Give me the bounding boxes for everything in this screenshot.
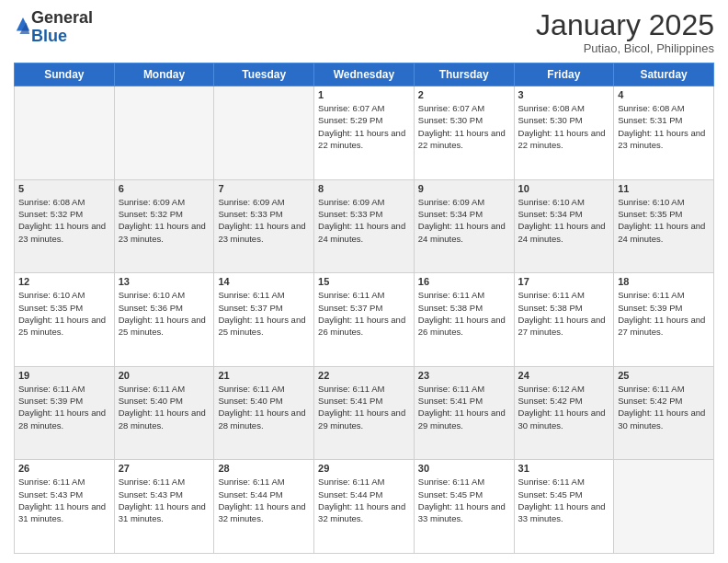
calendar-week-row: 26Sunrise: 6:11 AM Sunset: 5:43 PM Dayli… (15, 460, 714, 554)
day-info: Sunrise: 6:08 AM Sunset: 5:31 PM Dayligh… (618, 102, 710, 151)
table-row: 7Sunrise: 6:09 AM Sunset: 5:33 PM Daylig… (214, 179, 314, 273)
table-row: 30Sunrise: 6:11 AM Sunset: 5:45 PM Dayli… (414, 460, 514, 554)
day-number: 13 (119, 276, 210, 287)
day-number: 28 (218, 463, 310, 474)
day-number: 20 (119, 370, 210, 381)
day-info: Sunrise: 6:11 AM Sunset: 5:41 PM Dayligh… (418, 383, 510, 431)
table-row: 19Sunrise: 6:11 AM Sunset: 5:39 PM Dayli… (15, 366, 115, 460)
day-info: Sunrise: 6:07 AM Sunset: 5:29 PM Dayligh… (318, 102, 410, 151)
day-info: Sunrise: 6:11 AM Sunset: 5:39 PM Dayligh… (18, 383, 110, 431)
table-row: 28Sunrise: 6:11 AM Sunset: 5:44 PM Dayli… (214, 460, 314, 554)
table-row: 29Sunrise: 6:11 AM Sunset: 5:44 PM Dayli… (314, 460, 415, 554)
calendar-week-row: 1Sunrise: 6:07 AM Sunset: 5:29 PM Daylig… (15, 86, 714, 180)
table-row: 8Sunrise: 6:09 AM Sunset: 5:33 PM Daylig… (314, 179, 415, 273)
day-info: Sunrise: 6:11 AM Sunset: 5:39 PM Dayligh… (618, 289, 710, 338)
table-row: 15Sunrise: 6:11 AM Sunset: 5:37 PM Dayli… (314, 273, 415, 367)
day-info: Sunrise: 6:08 AM Sunset: 5:30 PM Dayligh… (518, 102, 610, 151)
day-number: 19 (18, 370, 110, 381)
logo-general-text: General (31, 8, 93, 27)
day-number: 6 (119, 183, 210, 194)
table-row (114, 86, 214, 180)
day-number: 1 (318, 89, 410, 100)
day-number: 7 (218, 183, 310, 194)
table-row: 20Sunrise: 6:11 AM Sunset: 5:40 PM Dayli… (114, 366, 214, 460)
col-saturday: Saturday (614, 63, 714, 86)
day-number: 25 (618, 370, 710, 381)
table-row: 22Sunrise: 6:11 AM Sunset: 5:41 PM Dayli… (314, 366, 415, 460)
table-row: 17Sunrise: 6:11 AM Sunset: 5:38 PM Dayli… (514, 273, 614, 367)
day-info: Sunrise: 6:10 AM Sunset: 5:35 PM Dayligh… (618, 196, 710, 245)
table-row: 1Sunrise: 6:07 AM Sunset: 5:29 PM Daylig… (314, 86, 415, 180)
table-row: 5Sunrise: 6:08 AM Sunset: 5:32 PM Daylig… (15, 179, 115, 273)
day-info: Sunrise: 6:11 AM Sunset: 5:38 PM Dayligh… (418, 289, 510, 338)
day-info: Sunrise: 6:11 AM Sunset: 5:40 PM Dayligh… (119, 383, 210, 431)
day-number: 14 (218, 276, 310, 287)
day-info: Sunrise: 6:09 AM Sunset: 5:33 PM Dayligh… (318, 196, 410, 245)
day-number: 11 (618, 183, 710, 194)
day-info: Sunrise: 6:11 AM Sunset: 5:44 PM Dayligh… (218, 476, 310, 524)
table-row: 31Sunrise: 6:11 AM Sunset: 5:45 PM Dayli… (514, 460, 614, 554)
table-row: 3Sunrise: 6:08 AM Sunset: 5:30 PM Daylig… (514, 86, 614, 180)
day-info: Sunrise: 6:11 AM Sunset: 5:45 PM Dayligh… (518, 476, 610, 524)
col-monday: Monday (114, 63, 214, 86)
day-info: Sunrise: 6:11 AM Sunset: 5:37 PM Dayligh… (318, 289, 410, 338)
day-number: 16 (418, 276, 510, 287)
table-row: 6Sunrise: 6:09 AM Sunset: 5:32 PM Daylig… (114, 179, 214, 273)
day-info: Sunrise: 6:11 AM Sunset: 5:43 PM Dayligh… (119, 476, 210, 524)
day-number: 12 (18, 276, 110, 287)
day-number: 22 (318, 370, 410, 381)
day-number: 18 (618, 276, 710, 287)
day-number: 15 (318, 276, 410, 287)
day-info: Sunrise: 6:11 AM Sunset: 5:40 PM Dayligh… (218, 383, 310, 431)
table-row: 26Sunrise: 6:11 AM Sunset: 5:43 PM Dayli… (15, 460, 115, 554)
table-row: 23Sunrise: 6:11 AM Sunset: 5:41 PM Dayli… (414, 366, 514, 460)
day-number: 21 (218, 370, 310, 381)
table-row: 12Sunrise: 6:10 AM Sunset: 5:35 PM Dayli… (15, 273, 115, 367)
day-info: Sunrise: 6:07 AM Sunset: 5:30 PM Dayligh… (418, 102, 510, 151)
subtitle: Putiao, Bicol, Philippines (536, 41, 714, 55)
day-number: 26 (18, 463, 110, 474)
day-info: Sunrise: 6:09 AM Sunset: 5:32 PM Dayligh… (119, 196, 210, 245)
col-tuesday: Tuesday (214, 63, 314, 86)
col-thursday: Thursday (414, 63, 514, 86)
table-row: 24Sunrise: 6:12 AM Sunset: 5:42 PM Dayli… (514, 366, 614, 460)
header: General Blue January 2025 Putiao, Bicol,… (14, 9, 714, 55)
day-number: 24 (518, 370, 610, 381)
day-info: Sunrise: 6:08 AM Sunset: 5:32 PM Dayligh… (18, 196, 110, 245)
table-row (15, 86, 115, 180)
logo: General Blue (14, 9, 93, 46)
col-wednesday: Wednesday (314, 63, 415, 86)
table-row: 16Sunrise: 6:11 AM Sunset: 5:38 PM Dayli… (414, 273, 514, 367)
page: General Blue January 2025 Putiao, Bicol,… (0, 0, 728, 563)
day-number: 17 (518, 276, 610, 287)
day-number: 29 (318, 463, 410, 474)
day-info: Sunrise: 6:11 AM Sunset: 5:45 PM Dayligh… (418, 476, 510, 524)
day-number: 30 (418, 463, 510, 474)
calendar-week-row: 19Sunrise: 6:11 AM Sunset: 5:39 PM Dayli… (15, 366, 714, 460)
calendar-header-row: Sunday Monday Tuesday Wednesday Thursday… (15, 63, 714, 86)
col-friday: Friday (514, 63, 614, 86)
table-row: 13Sunrise: 6:10 AM Sunset: 5:36 PM Dayli… (114, 273, 214, 367)
col-sunday: Sunday (15, 63, 115, 86)
day-info: Sunrise: 6:09 AM Sunset: 5:34 PM Dayligh… (418, 196, 510, 245)
day-number: 4 (618, 89, 710, 100)
table-row: 25Sunrise: 6:11 AM Sunset: 5:42 PM Dayli… (614, 366, 714, 460)
table-row: 10Sunrise: 6:10 AM Sunset: 5:34 PM Dayli… (514, 179, 614, 273)
day-info: Sunrise: 6:09 AM Sunset: 5:33 PM Dayligh… (218, 196, 310, 245)
day-number: 31 (518, 463, 610, 474)
table-row (614, 460, 714, 554)
calendar-table: Sunday Monday Tuesday Wednesday Thursday… (14, 63, 714, 554)
day-info: Sunrise: 6:11 AM Sunset: 5:42 PM Dayligh… (618, 383, 710, 431)
day-number: 2 (418, 89, 510, 100)
day-number: 8 (318, 183, 410, 194)
title-area: January 2025 Putiao, Bicol, Philippines (536, 9, 714, 55)
day-info: Sunrise: 6:11 AM Sunset: 5:41 PM Dayligh… (318, 383, 410, 431)
day-number: 3 (518, 89, 610, 100)
day-info: Sunrise: 6:11 AM Sunset: 5:43 PM Dayligh… (18, 476, 110, 524)
day-info: Sunrise: 6:11 AM Sunset: 5:38 PM Dayligh… (518, 289, 610, 338)
logo-icon (15, 16, 31, 36)
day-number: 5 (18, 183, 110, 194)
day-number: 10 (518, 183, 610, 194)
month-title: January 2025 (536, 9, 714, 41)
table-row: 11Sunrise: 6:10 AM Sunset: 5:35 PM Dayli… (614, 179, 714, 273)
